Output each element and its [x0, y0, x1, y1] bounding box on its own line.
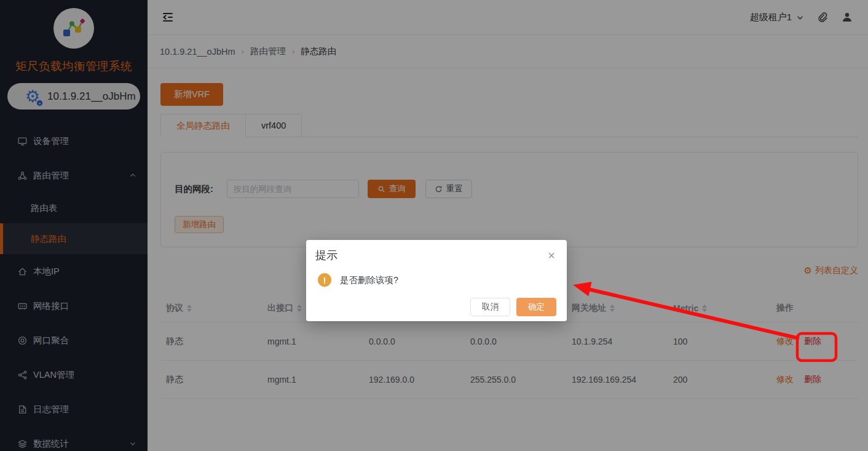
cancel-button[interactable]: 取消: [470, 298, 510, 316]
dialog-header: 提示 ×: [315, 248, 558, 263]
dialog-message: 是否删除该项?: [340, 274, 398, 286]
dialog-footer: 取消 确定: [315, 298, 558, 316]
dialog-body: ! 是否删除该项?: [315, 273, 558, 287]
warning-icon: !: [318, 273, 331, 287]
modal-overlay[interactable]: [0, 0, 868, 451]
confirm-button[interactable]: 确定: [516, 298, 556, 316]
confirm-dialog: 提示 × ! 是否删除该项? 取消 确定: [306, 240, 567, 321]
dialog-title: 提示: [315, 248, 337, 263]
close-icon[interactable]: ×: [545, 248, 558, 263]
